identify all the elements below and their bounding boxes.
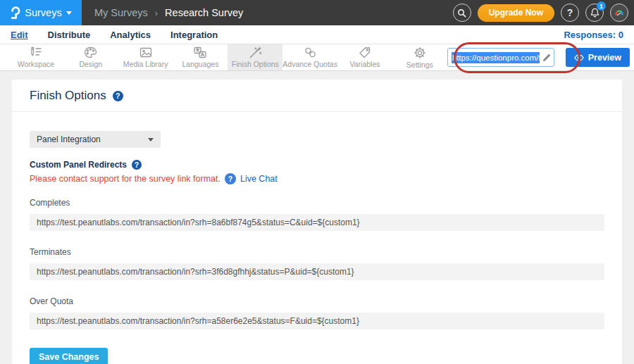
survey-url-input[interactable]: https://questionpro.com/t/A — [447, 48, 554, 67]
panel-body: Panel Integration Custom Panel Redirects… — [12, 112, 622, 364]
edit-toolbar: Workspace Design Media Library Languages — [0, 44, 634, 71]
gauge-logo-icon — [614, 7, 625, 18]
breadcrumb-separator: › — [155, 8, 158, 18]
save-changes-button[interactable]: Save Changes — [30, 348, 108, 364]
breadcrumb-my-surveys[interactable]: My Surveys — [94, 7, 148, 18]
search-icon — [457, 8, 466, 18]
toolbar-item-advance-quotas[interactable]: Advance Quotas — [282, 44, 337, 70]
eye-icon — [574, 54, 584, 61]
workspace-icon — [29, 46, 43, 58]
chain-link-icon — [304, 46, 317, 58]
toolbar-item-media-library[interactable]: Media Library — [118, 44, 173, 70]
panel-integration-dropdown[interactable]: Panel Integration — [30, 131, 161, 148]
tag-icon — [359, 46, 371, 58]
tab-distribute[interactable]: Distribute — [48, 30, 91, 40]
field-label: Terminates — [30, 247, 604, 257]
field-label: Completes — [30, 198, 604, 208]
tab-integration[interactable]: Integration — [170, 30, 218, 40]
magic-wand-icon — [249, 46, 262, 58]
account-avatar[interactable] — [610, 4, 628, 22]
survey-url-group: https://questionpro.com/t/A — [447, 48, 554, 67]
toolbar-item-finish-options[interactable]: Finish Options — [228, 44, 282, 70]
gear-icon — [414, 46, 426, 59]
survey-url-selected-text: https://questionpro.com/t/A — [452, 52, 540, 63]
notifications-button[interactable]: 1 — [585, 4, 604, 22]
edit-pencil-icon[interactable] — [542, 54, 551, 62]
tab-analytics[interactable]: Analytics — [110, 30, 151, 40]
panel-header: Finish Options — [12, 80, 622, 112]
toolbar-item-design[interactable]: Design — [63, 44, 118, 70]
over-quota-url-field[interactable]: https://test.peanutlabs.com/transaction/… — [30, 313, 604, 330]
translate-icon — [193, 46, 207, 58]
toolbar-item-languages[interactable]: Languages — [173, 44, 228, 70]
chevron-down-icon — [66, 11, 72, 15]
tab-edit[interactable]: Edit — [11, 30, 28, 40]
finish-options-help-icon[interactable] — [113, 91, 123, 101]
chevron-down-icon — [148, 138, 154, 142]
toolbar-item-settings[interactable]: Settings — [392, 44, 447, 70]
redirect-field-terminates: Terminates https://test.peanutlabs.com/t… — [30, 247, 604, 280]
toolbar-item-workspace[interactable]: Workspace — [8, 44, 63, 70]
field-label: Over Quota — [30, 296, 604, 306]
redirect-field-over-quota: Over Quota https://test.peanutlabs.com/t… — [30, 296, 604, 330]
support-notice-text: Please contact support for the survey li… — [30, 174, 220, 184]
questionpro-logo-icon — [10, 6, 20, 20]
breadcrumb: My Surveys › Research Survey — [82, 0, 243, 25]
live-chat-help-icon[interactable] — [225, 173, 236, 184]
surveys-menu-label: Surveys — [25, 7, 61, 18]
preview-button[interactable]: Preview — [566, 48, 630, 67]
responses-count: Responses: 0 — [564, 30, 623, 40]
breadcrumb-current-survey: Research Survey — [165, 7, 243, 18]
section-label: Custom Panel Redirects — [30, 160, 127, 170]
top-header: Surveys My Surveys › Research Survey Upg… — [0, 0, 634, 25]
help-button[interactable]: ? — [561, 4, 579, 22]
upgrade-now-button[interactable]: Upgrade Now — [478, 4, 554, 22]
finish-options-panel: Finish Options Panel Integration Custom … — [12, 80, 622, 364]
notification-count-badge: 1 — [597, 1, 606, 11]
terminates-url-field[interactable]: https://test.peanutlabs.com/transaction/… — [30, 263, 604, 280]
custom-panel-redirects-header: Custom Panel Redirects — [30, 160, 604, 170]
page-background: Finish Options Panel Integration Custom … — [0, 71, 634, 364]
image-icon — [139, 47, 153, 58]
custom-panel-redirects-help-icon[interactable] — [132, 160, 142, 170]
palette-icon — [84, 46, 97, 58]
surveys-menu[interactable]: Surveys — [0, 0, 82, 25]
page-title: Finish Options — [30, 89, 106, 103]
header-actions: Upgrade Now ? 1 — [453, 0, 634, 25]
completes-url-field[interactable]: https://test.peanutlabs.com/transaction/… — [30, 214, 604, 231]
toolbar-item-variables[interactable]: Variables — [337, 44, 392, 70]
dropdown-selected-value: Panel Integration — [37, 134, 148, 144]
redirect-field-completes: Completes https://test.peanutlabs.com/tr… — [30, 198, 604, 231]
survey-subnav: Edit Distribute Analytics Integration Re… — [0, 25, 634, 44]
search-button[interactable] — [453, 4, 471, 22]
live-chat-link[interactable]: Live Chat — [240, 174, 278, 184]
support-notice-line: Please contact support for the survey li… — [30, 173, 604, 184]
